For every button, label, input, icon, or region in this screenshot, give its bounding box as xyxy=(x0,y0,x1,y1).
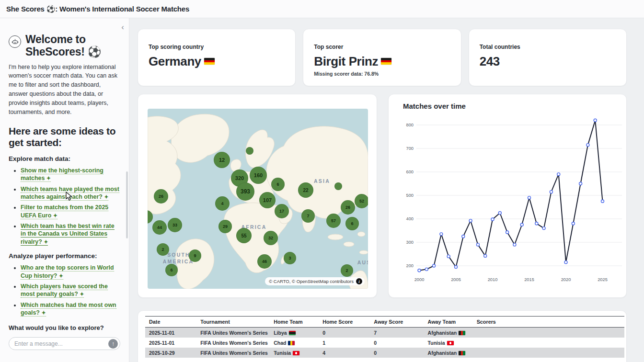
assistant-title: Welcome to SheScores! ⚽ xyxy=(25,34,120,58)
cell-away-team: Afghanistan xyxy=(424,348,473,358)
assistant-intro: I'm here to help you explore internation… xyxy=(9,63,120,117)
map-attribution-links[interactable]: © CARTO, © OpenStreetMap contributors xyxy=(269,279,354,284)
data-point xyxy=(550,191,552,193)
data-point xyxy=(586,144,589,147)
flag-icon-de xyxy=(381,58,391,65)
map-cluster-marker[interactable]: 44 xyxy=(152,220,167,235)
map-cluster-marker[interactable] xyxy=(246,147,253,155)
send-arrow-icon: ↑ xyxy=(112,340,115,347)
map-cluster-marker[interactable]: 32 xyxy=(264,231,278,245)
map-cluster-marker[interactable]: 33 xyxy=(168,218,182,232)
map-cluster-marker[interactable]: 55 xyxy=(236,228,252,243)
cell-date: 2025-11-01 xyxy=(145,328,196,338)
map-cluster-marker[interactable]: 2 xyxy=(157,243,169,256)
dashboard-panels: ASIAAFRICASOUTHAMERICAAUSTRALIA121603203… xyxy=(138,94,627,298)
map-cluster-marker[interactable]: 12 xyxy=(214,152,230,168)
map-cluster-marker[interactable]: 57 xyxy=(326,214,341,228)
idea-item: Who are the top scorers in World Cup his… xyxy=(21,264,120,280)
table-row: 2025-10-29FIFA Unites Women's SeriesTuni… xyxy=(145,348,624,358)
map-cluster-marker[interactable]: 22 xyxy=(298,182,313,198)
info-icon[interactable]: i xyxy=(356,278,362,284)
data-point xyxy=(528,196,531,199)
map-cluster-marker[interactable]: 6 xyxy=(345,217,359,230)
column-header: Home Score xyxy=(319,317,370,328)
idea-link[interactable]: Which players have scored the most penal… xyxy=(21,283,108,298)
idea-link[interactable]: Which team has the best win rate in the … xyxy=(21,223,115,246)
cell-tournament: FIFA Unites Women's Series xyxy=(196,348,270,358)
map-cluster-marker[interactable]: 6 xyxy=(271,178,285,191)
sparkle-icon: ✦ xyxy=(104,193,108,201)
map-canvas[interactable]: ASIAAFRICASOUTHAMERICAAUSTRALIA121603203… xyxy=(148,109,368,289)
dashboard-main: Top scoring countryGermanyTop scorerBirg… xyxy=(129,18,644,362)
data-point xyxy=(572,222,575,225)
idea-section-heading: Analyze player performance: xyxy=(9,252,120,260)
matches-table-panel: DateTournamentHome TeamHome ScoreAway Sc… xyxy=(138,310,627,362)
data-point xyxy=(476,243,479,246)
app-header: She Scores ⚽: Women's International Socc… xyxy=(0,0,644,18)
map-cluster-marker[interactable]: 46 xyxy=(257,254,272,269)
idea-item: Which matches had the most own goals? ✦ xyxy=(21,301,120,317)
data-point xyxy=(498,212,501,215)
column-header: Date xyxy=(145,317,196,328)
data-point xyxy=(564,261,567,264)
map-region-label: SOUTH xyxy=(167,252,190,258)
map-cluster-marker[interactable]: 26 xyxy=(154,189,168,204)
map-cluster-marker[interactable]: 29 xyxy=(218,220,232,233)
idea-link[interactable]: Show me the highest-scoring matches ✦ xyxy=(21,167,104,182)
data-point xyxy=(484,254,487,257)
y-tick-label: 700 xyxy=(406,146,414,151)
map-cluster-marker[interactable]: 9 xyxy=(189,249,201,262)
sparkle-icon: ✦ xyxy=(46,175,51,182)
cell-home-score: 1 xyxy=(319,338,370,348)
map-cluster-marker[interactable]: 6 xyxy=(165,264,178,276)
cell-scorers xyxy=(473,348,624,358)
sidebar-scrollbar[interactable] xyxy=(126,171,128,238)
sparkle-icon: ✦ xyxy=(41,309,46,317)
cell-date: 2025-11-01 xyxy=(145,338,196,348)
data-point xyxy=(513,243,516,246)
map-cluster-marker[interactable]: 26 xyxy=(341,200,355,215)
cell-scorers xyxy=(473,328,624,338)
map-cluster-marker[interactable]: 7 xyxy=(301,209,315,223)
cell-scorers xyxy=(473,338,624,348)
map-attribution: © CARTO, © OpenStreetMap contributors i xyxy=(265,277,365,285)
data-point xyxy=(425,268,428,271)
idea-link[interactable]: Filter to matches from the 2025 UEFA Eur… xyxy=(21,204,108,219)
data-point xyxy=(542,227,545,230)
chat-input-container: ↑ xyxy=(9,337,120,350)
idea-list: Who are the top scorers in World Cup his… xyxy=(9,264,120,317)
map-cluster-marker[interactable] xyxy=(334,182,342,190)
stat-card-label: Top scoring country xyxy=(149,44,285,50)
sparkle-icon: ✦ xyxy=(44,238,48,246)
idea-link[interactable]: Which matches had the most own goals? ✦ xyxy=(21,302,116,317)
map-cluster-marker[interactable]: 17 xyxy=(275,204,289,218)
idea-sections: Explore match data:Show me the highest-s… xyxy=(9,155,120,317)
stat-card: Total countries243 xyxy=(469,29,627,86)
sidebar-collapse-button[interactable]: ‹ xyxy=(121,23,124,31)
idea-link[interactable]: Which teams have played the most matches… xyxy=(21,186,119,201)
map-cluster-marker[interactable]: 3 xyxy=(284,252,296,264)
map-cluster-marker[interactable]: 393 xyxy=(236,182,254,201)
map-cluster-marker[interactable]: 4 xyxy=(215,196,230,211)
stat-card-value: Germany xyxy=(149,55,285,68)
matches-table: DateTournamentHome TeamHome ScoreAway Sc… xyxy=(145,316,624,358)
idea-link[interactable]: Who are the top scorers in World Cup his… xyxy=(21,264,114,279)
flag-icon-de xyxy=(204,58,215,65)
map-cluster-marker[interactable]: 2 xyxy=(341,264,353,277)
chat-message-input[interactable] xyxy=(14,340,108,347)
stat-cards: Top scoring countryGermanyTop scorerBirg… xyxy=(138,29,627,86)
map-region-label: AMERICA xyxy=(163,259,194,264)
map-cluster-marker[interactable]: 52 xyxy=(355,194,368,208)
data-point xyxy=(462,235,465,238)
map-cluster-marker[interactable]: 160 xyxy=(250,167,267,184)
data-point xyxy=(440,233,443,236)
page-title: She Scores ⚽: Women's International Socc… xyxy=(6,5,189,13)
stat-card: Top scoring countryGermany xyxy=(138,29,296,86)
map-cluster-marker[interactable]: 107 xyxy=(259,192,276,208)
flag-icon-ly xyxy=(289,331,296,335)
sparkle-icon: ✦ xyxy=(59,272,63,280)
column-header: Away Score xyxy=(370,317,424,328)
send-message-button[interactable]: ↑ xyxy=(108,339,118,349)
idea-item: Which teams have played the most matches… xyxy=(21,185,120,201)
stat-card: Top scorerBirgit PrinzMissing scorer dat… xyxy=(303,29,461,86)
